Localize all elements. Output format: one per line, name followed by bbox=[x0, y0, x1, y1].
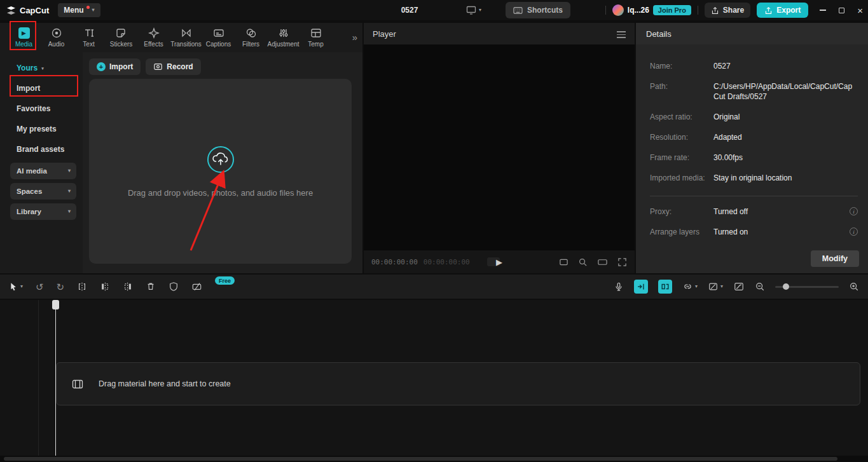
auto-ripple-toggle[interactable] bbox=[658, 280, 672, 294]
close-icon[interactable]: × bbox=[857, 6, 863, 15]
timeline-scrollbar[interactable] bbox=[0, 456, 868, 462]
zoom-slider-thumb[interactable] bbox=[783, 283, 789, 290]
tab-audio[interactable]: Audio bbox=[40, 23, 72, 52]
sidebar-item-yours[interactable]: Yours ▾ bbox=[0, 58, 83, 78]
zoom-in-icon[interactable] bbox=[849, 282, 859, 292]
chevron-down-icon: ▾ bbox=[92, 8, 95, 13]
effects-star-icon bbox=[148, 27, 160, 39]
chevron-down-icon: ▾ bbox=[68, 189, 71, 194]
delete-icon[interactable] bbox=[146, 282, 156, 292]
share-button[interactable]: Share bbox=[705, 3, 750, 18]
sidebar-item-brand-assets[interactable]: Brand assets bbox=[0, 140, 83, 159]
split-icon[interactable] bbox=[77, 282, 87, 292]
sticker-icon bbox=[116, 27, 127, 39]
dropzone-hint: Drag and drop videos, photos, and audio … bbox=[128, 188, 313, 198]
more-tabs-button[interactable]: » bbox=[352, 32, 357, 43]
cursor-icon bbox=[9, 282, 18, 292]
sidebar-item-my-presets[interactable]: My presets bbox=[0, 119, 83, 139]
titlebar: CapCut Menu ▾ 0527 ▾ Shortcuts lq...26 J bbox=[0, 0, 868, 20]
sidebar-item-favorites[interactable]: Favorites bbox=[0, 99, 83, 118]
shortcuts-button[interactable]: Shortcuts bbox=[506, 2, 570, 18]
asset-tabs-ribbon: ▶ Media Audio Text Stickers Effect bbox=[0, 23, 362, 52]
magnetic-timeline-toggle[interactable] bbox=[634, 280, 648, 294]
capcut-app: CapCut Menu ▾ 0527 ▾ Shortcuts lq...26 J bbox=[0, 0, 868, 462]
asset-tabs: ▶ Media Audio Text Stickers Effect bbox=[0, 23, 345, 52]
export-icon bbox=[764, 6, 773, 15]
timeline-zoom-slider[interactable] bbox=[775, 286, 839, 288]
tab-filters[interactable]: Filters bbox=[235, 23, 267, 52]
sidebar-item-import[interactable]: Import bbox=[0, 79, 83, 98]
menu-button[interactable]: Menu ▾ bbox=[58, 3, 100, 17]
info-icon[interactable]: i bbox=[850, 228, 858, 236]
player-title: Player bbox=[373, 29, 396, 39]
sidebar-dropdown-spaces[interactable]: Spaces ▾ bbox=[10, 183, 76, 200]
delete-right-icon[interactable] bbox=[123, 282, 133, 292]
filters-icon bbox=[245, 27, 257, 39]
tab-adjustment[interactable]: Adjustment bbox=[267, 23, 300, 52]
fullscreen-icon[interactable] bbox=[617, 257, 627, 267]
media-dropzone[interactable]: Drag and drop videos, photos, and audio … bbox=[89, 79, 352, 264]
divider bbox=[650, 196, 858, 196]
tab-stickers[interactable]: Stickers bbox=[105, 23, 137, 52]
cloud-upload-icon bbox=[206, 145, 235, 174]
divider bbox=[698, 6, 698, 15]
media-sidebar: Yours ▾ Import Favorites My presets Bran… bbox=[0, 52, 83, 273]
scrollbar-handle[interactable] bbox=[4, 457, 837, 461]
ratio-icon[interactable] bbox=[559, 257, 568, 267]
select-tool-dropdown[interactable]: ▾ bbox=[9, 282, 23, 292]
chevron-down-icon: ▾ bbox=[68, 209, 71, 214]
chevron-down-icon: ▾ bbox=[479, 8, 481, 13]
sidebar-dropdown-library[interactable]: Library ▾ bbox=[10, 203, 76, 220]
trim-box-icon bbox=[708, 282, 719, 292]
timeline-dropzone[interactable]: Drag material here and start to create bbox=[56, 362, 860, 405]
sidebar-dropdown-ai-media[interactable]: AI media ▾ bbox=[10, 163, 76, 179]
canvas-icon[interactable] bbox=[597, 257, 608, 267]
voiceover-mic-icon[interactable] bbox=[614, 282, 624, 292]
timeline-dropzone-hint: Drag material here and start to create bbox=[99, 379, 231, 388]
display-mode-button[interactable]: ▾ bbox=[466, 5, 481, 15]
linking-dropdown[interactable]: ▾ bbox=[682, 282, 698, 292]
zoom-fit-icon[interactable] bbox=[578, 257, 588, 267]
chevron-down-icon: ▾ bbox=[20, 284, 23, 289]
zoom-out-icon[interactable] bbox=[755, 282, 765, 292]
minimize-icon[interactable] bbox=[820, 10, 826, 11]
app-name: CapCut bbox=[20, 6, 49, 15]
join-pro-button[interactable]: Join Pro bbox=[653, 5, 691, 15]
captions-icon bbox=[213, 27, 224, 39]
record-button[interactable]: Record bbox=[146, 58, 200, 75]
tab-media[interactable]: ▶ Media bbox=[8, 23, 40, 52]
details-header: Details bbox=[636, 23, 868, 44]
app-logo: CapCut bbox=[6, 6, 49, 15]
tab-captions[interactable]: Captions bbox=[202, 23, 235, 52]
undo-icon[interactable]: ↺ bbox=[36, 282, 44, 292]
auto-captions-icon[interactable] bbox=[191, 282, 202, 292]
keyframe-curve-icon[interactable] bbox=[733, 282, 745, 292]
modify-button[interactable]: Modify bbox=[811, 250, 859, 267]
transitions-icon bbox=[181, 27, 192, 39]
player-view-tools bbox=[559, 257, 627, 267]
tab-text[interactable]: Text bbox=[72, 23, 105, 52]
divider bbox=[605, 6, 606, 15]
chevron-down-icon: ▾ bbox=[720, 284, 723, 289]
play-button[interactable]: ▶ bbox=[496, 257, 502, 267]
tab-transitions[interactable]: Transitions bbox=[170, 23, 202, 52]
player-menu-icon[interactable] bbox=[617, 31, 626, 40]
tab-templates[interactable]: Temp bbox=[300, 23, 332, 52]
user-account-button[interactable]: lq...26 Join Pro bbox=[612, 4, 691, 16]
maximize-icon[interactable] bbox=[839, 8, 844, 13]
tab-effects[interactable]: Effects bbox=[137, 23, 170, 52]
film-strip-icon bbox=[72, 379, 83, 389]
mask-icon[interactable] bbox=[169, 282, 179, 292]
capcut-logo-icon bbox=[6, 6, 16, 15]
track-header-divider bbox=[38, 300, 39, 456]
import-button[interactable]: + Import bbox=[89, 58, 141, 75]
timeline[interactable]: Drag material here and start to create bbox=[0, 300, 868, 462]
titlebar-right: lq...26 Join Pro Share Export × bbox=[605, 0, 863, 20]
preview-axis-dropdown[interactable]: ▾ bbox=[708, 282, 723, 292]
redo-icon[interactable]: ↻ bbox=[57, 282, 65, 292]
record-icon bbox=[153, 62, 163, 71]
player-header: Player bbox=[364, 23, 635, 44]
export-button[interactable]: Export bbox=[757, 3, 808, 18]
delete-left-icon[interactable] bbox=[100, 282, 110, 292]
info-icon[interactable]: i bbox=[850, 207, 858, 215]
